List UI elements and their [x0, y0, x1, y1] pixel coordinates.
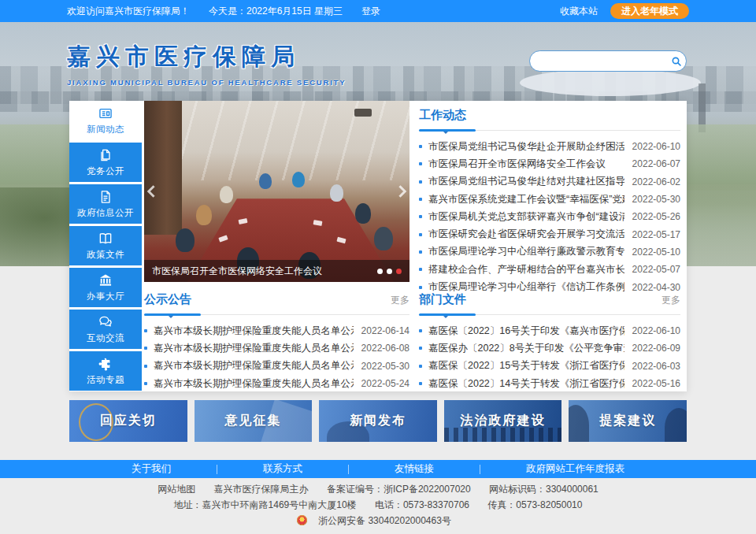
sidebar-item-label: 政策文件 [87, 249, 124, 261]
list-item[interactable]: 市医保局召开全市医保网络安全工作会议 2022-06-07 [419, 155, 680, 172]
carousel-dots [377, 269, 402, 274]
chevron-right-icon [395, 185, 407, 198]
sidebar-item-interaction[interactable]: 互动交流 [69, 310, 142, 349]
bullet-icon [419, 198, 422, 201]
section-header: 部门文件 更多 [419, 290, 680, 315]
news-title[interactable]: 嘉医保〔2022〕14号关于转发《浙江省医疗保... [428, 377, 624, 391]
sidebar-item-label: 新闻动态 [87, 124, 124, 135]
sidebar-item-label: 政府信息公开 [77, 207, 134, 219]
banner-law-government[interactable]: 法治政府建设 [444, 400, 562, 442]
banner-label: 回应关切 [100, 413, 157, 429]
banner-proposals[interactable]: 提案建议 [569, 400, 687, 442]
bullet-icon [419, 365, 422, 368]
footer-link-friendly-links[interactable]: 友情链接 [349, 462, 480, 476]
list-item[interactable]: 嘉兴市本级长期护理保险重度失能人员名单公示（2... 2022-05-24 [144, 375, 410, 392]
news-date: 2022-06-03 [632, 361, 680, 372]
news-date: 2022-06-07 [632, 158, 680, 169]
carousel-prev-button[interactable] [145, 181, 161, 202]
list-item[interactable]: 嘉兴市医保系统党建工作会议暨“幸福医保”党建联... 2022-05-30 [419, 191, 680, 208]
bullet-icon [419, 145, 422, 148]
footer-link-about[interactable]: 关于我们 [86, 462, 217, 476]
carousel-dot-active[interactable] [396, 269, 402, 274]
news-title[interactable]: 市医保研究会赴省医保研究会开展学习交流活动 [428, 228, 624, 241]
elder-mode-button[interactable]: 进入老年模式 [610, 3, 689, 19]
news-title[interactable]: 嘉兴市医保系统党建工作会议暨“幸福医保”党建联... [428, 193, 624, 206]
login-link[interactable]: 登录 [361, 5, 380, 18]
section-documents: 部门文件 更多 嘉医保〔2022〕16号关于印发《嘉兴市医疗保... 2022-… [419, 290, 680, 392]
documents-more-link[interactable]: 更多 [662, 294, 680, 307]
notices-more-link[interactable]: 更多 [391, 294, 410, 307]
photo-decor [374, 227, 393, 250]
list-item[interactable]: 嘉医保办〔2022〕8号关于印发《公平竞争审查... 2022-06-09 [419, 339, 680, 357]
news-date: 2022-05-30 [361, 361, 410, 372]
list-item[interactable]: 市医保局党组书记马俊华赴结对共建社区指导全国文... 2022-06-02 [419, 173, 680, 191]
bullet-icon [419, 329, 422, 332]
list-item[interactable]: 嘉医保〔2022〕15号关于转发《浙江省医疗保... 2022-06-03 [419, 358, 680, 375]
news-title[interactable]: 嘉兴市本级长期护理保险重度失能人员名单公示（2... [154, 342, 354, 355]
carousel-photo [144, 101, 410, 282]
book-icon [98, 231, 113, 247]
news-title[interactable]: 市医保局召开全市医保网络安全工作会议 [428, 158, 624, 171]
sidebar-item-label: 活动专题 [87, 374, 124, 386]
banner-respond-concerns[interactable]: 回应关切 [69, 400, 187, 442]
news-title[interactable]: 市医保局机关党总支部获评嘉兴市争创“建设清廉机... [428, 210, 624, 224]
dome-building-decor [520, 69, 701, 96]
topbar: 欢迎访问嘉兴市医疗保障局！ 今天是：2022年6月15日 星期三 登录 收藏本站… [0, 0, 756, 22]
banner-opinion-collection[interactable]: 意见征集 [195, 400, 313, 442]
banner-row: 回应关切 意见征集 新闻发布 法治政府建设 提案建议 [69, 400, 687, 442]
list-item[interactable]: 嘉兴市本级长期护理保险重度失能人员名单公示（2... 2022-06-08 [144, 339, 410, 357]
news-title[interactable]: 搭建校企合作、产学研相结合的平台嘉兴市长期护理... [428, 263, 624, 276]
bullet-icon [419, 215, 422, 218]
banner-news-release[interactable]: 新闻发布 [319, 400, 437, 442]
news-title[interactable]: 嘉医保〔2022〕15号关于转发《浙江省医疗保... [428, 359, 624, 373]
sidebar-item-gov-info[interactable]: 政府信息公开 [69, 184, 142, 224]
news-title[interactable]: 嘉医保〔2022〕16号关于印发《嘉兴市医疗保... [428, 324, 624, 338]
news-title[interactable]: 嘉兴市本级长期护理保险重度失能人员名单公示（2... [154, 324, 354, 338]
news-date: 2022-05-10 [632, 247, 680, 258]
news-date: 2022-05-24 [361, 378, 410, 389]
list-item[interactable]: 市医保研究会赴省医保研究会开展学习交流活动 2022-05-17 [419, 225, 680, 243]
sidebar-item-service-hall[interactable]: 办事大厅 [69, 268, 142, 307]
list-item[interactable]: 嘉医保〔2022〕14号关于转发《浙江省医疗保... 2022-05-16 [419, 375, 680, 392]
sidebar-item-policy-files[interactable]: 政策文件 [69, 226, 142, 265]
search-input[interactable] [530, 51, 666, 71]
news-carousel[interactable]: 市医保局召开全市医保网络安全工作会议 [144, 101, 410, 282]
news-title[interactable]: 嘉医保办〔2022〕8号关于印发《公平竞争审查... [428, 342, 624, 355]
today-date-text: 今天是：2022年6月15日 星期三 [209, 5, 343, 18]
sidebar-item-activities[interactable]: 活动专题 [69, 351, 142, 391]
list-item[interactable]: 市医保局机关党总支部获评嘉兴市争创“建设清廉机... 2022-05-26 [419, 208, 680, 225]
bullet-icon [419, 250, 422, 254]
puzzle-icon [98, 356, 113, 372]
footer-link-annual-report[interactable]: 政府网站工作年度报表 [480, 462, 670, 476]
list-item[interactable]: 嘉医保〔2022〕16号关于印发《嘉兴市医疗保... 2022-06-10 [419, 322, 680, 339]
news-title[interactable]: 市医保局理论学习中心组举行廉政警示教育专题学习... [428, 245, 624, 258]
section-header: 工作动态 [419, 106, 680, 131]
news-title[interactable]: 市医保局党组书记马俊华赴结对共建社区指导全国文... [428, 175, 624, 188]
security-record-text: 浙公网安备 33040202000463号 [318, 515, 451, 526]
sidebar-item-party-affairs[interactable]: 党务公开 [69, 143, 142, 182]
host-text: 嘉兴市医疗保障局主办 [214, 484, 309, 495]
carousel-next-button[interactable] [392, 181, 409, 202]
carousel-dot[interactable] [387, 269, 392, 274]
search-button[interactable] [666, 51, 686, 71]
site-logo: 嘉兴市医疗保障局 JIAXING MUNICIPAL BUREAU OF HEA… [67, 41, 346, 87]
news-title[interactable]: 市医保局党组书记马俊华赴企开展助企纾困活动 [428, 140, 624, 154]
carousel-dot[interactable] [377, 269, 383, 274]
list-item[interactable]: 市医保局理论学习中心组举行廉政警示教育专题学习... 2022-05-10 [419, 243, 680, 261]
footer-line-3: 浙公网安备 33040202000463号 [0, 514, 756, 528]
banner-label: 法治政府建设 [461, 413, 546, 429]
footer-link-contact[interactable]: 联系方式 [217, 462, 348, 476]
sitemap-link[interactable]: 网站地图 [158, 484, 195, 495]
photo-decor [330, 184, 343, 202]
list-item[interactable]: 嘉兴市本级长期护理保险重度失能人员名单公示（2... 2022-06-14 [144, 322, 410, 339]
list-item[interactable]: 搭建校企合作、产学研相结合的平台嘉兴市长期护理... 2022-05-07 [419, 261, 680, 278]
news-title[interactable]: 嘉兴市本级长期护理保险重度失能人员名单公示（2... [154, 359, 354, 373]
news-title[interactable]: 嘉兴市本级长期护理保险重度失能人员名单公示（2... [154, 377, 354, 391]
list-item[interactable]: 嘉兴市本级长期护理保险重度失能人员名单公示（2... 2022-05-30 [144, 358, 410, 375]
site-subtitle: JIAXING MUNICIPAL BUREAU OF HEALTHCARE S… [67, 78, 346, 87]
sidebar-item-news[interactable]: 新闻动态 [69, 101, 142, 140]
footer-line-2: 地址：嘉兴市中环南路1469号中南大厦10楼 电话：0573-83370706 … [0, 498, 756, 513]
list-item[interactable]: 市医保局党组书记马俊华赴企开展助企纾困活动 2022-06-10 [419, 138, 680, 155]
section-title: 部门文件 [419, 292, 466, 307]
favorite-site-link[interactable]: 收藏本站 [560, 5, 598, 18]
